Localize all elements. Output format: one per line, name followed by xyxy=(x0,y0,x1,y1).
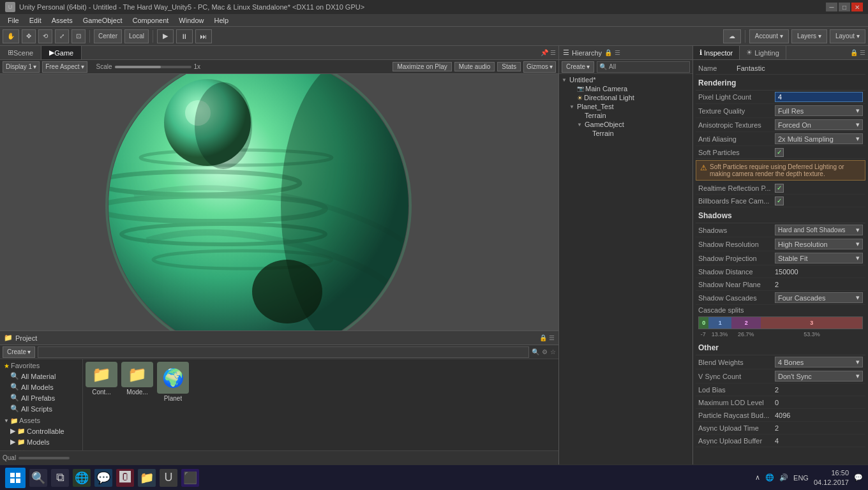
display-dropdown[interactable]: Display 1 ▾ xyxy=(3,61,40,73)
layers-dropdown[interactable]: Layers ▾ xyxy=(791,29,827,43)
cascade-label-1: 13.3% xyxy=(708,331,731,338)
quality-slider[interactable] xyxy=(19,457,70,459)
cascade-label-3: 53.3% xyxy=(761,331,863,338)
project-create-btn[interactable]: Create ▾ xyxy=(3,346,35,358)
menu-help[interactable]: Help xyxy=(209,15,234,26)
texture-quality-dropdown[interactable]: Full Res ▾ xyxy=(775,105,863,116)
taskbar-explorer-icon[interactable]: 📁 xyxy=(138,469,156,487)
anti-aliasing-dropdown[interactable]: 2x Multi Sampling ▾ xyxy=(775,133,863,144)
shadow-cascades-dropdown[interactable]: Four Cascades ▾ xyxy=(775,292,863,303)
close-button[interactable]: ✕ xyxy=(851,3,863,11)
menu-file[interactable]: File xyxy=(3,15,24,26)
shadow-resolution-dropdown[interactable]: High Resolution ▾ xyxy=(775,239,863,249)
hier-dir-light[interactable]: ☀ Directional Light xyxy=(559,93,692,102)
pause-button[interactable]: ⏸ xyxy=(176,29,193,43)
rotate-tool[interactable]: ⟲ xyxy=(38,29,52,43)
shadow-projection-value: Stable Fit xyxy=(778,255,807,262)
sidebar-all-scripts[interactable]: 🔍 All Scripts xyxy=(0,403,82,414)
maximize-on-play-btn[interactable]: Maximize on Play xyxy=(393,62,451,71)
controllable-label: Controllable xyxy=(27,427,64,435)
sidebar-all-models[interactable]: 🔍 All Models xyxy=(0,382,82,392)
tab-game[interactable]: ▶ Game xyxy=(41,46,82,59)
maximize-button[interactable]: □ xyxy=(839,3,850,11)
anisotropic-dropdown[interactable]: Forced On ▾ xyxy=(775,119,863,130)
taskbar-opera-icon[interactable]: 🅾 xyxy=(116,469,134,487)
soft-particles-checkbox[interactable]: ✓ xyxy=(775,148,784,157)
hier-terrain-2[interactable]: Terrain xyxy=(559,129,692,138)
project-star-icon[interactable]: ☆ xyxy=(550,348,556,355)
viewport-menu-icon[interactable]: ☰ xyxy=(550,49,556,56)
hier-search-icon: 🔍 xyxy=(597,63,609,70)
sidebar-all-materials[interactable]: 🔍 All Material xyxy=(0,371,82,382)
hier-lock-icon[interactable]: 🔒 xyxy=(604,49,612,56)
tab-scene[interactable]: ⊞ Scene xyxy=(0,46,41,59)
scale-slider[interactable] xyxy=(115,66,191,68)
sidebar-models[interactable]: ▶ 📁 Models xyxy=(0,436,82,447)
hier-planet-test[interactable]: ▼ Planet_Test xyxy=(559,102,692,111)
notification-icon[interactable]: 💬 xyxy=(854,473,863,482)
taskbar-chevron-icon[interactable]: ∧ xyxy=(755,473,760,482)
folder-planet-main[interactable]: 🌍 Planet xyxy=(157,362,189,402)
hierarchy-create-btn[interactable]: Create ▾ xyxy=(562,61,594,73)
sidebar-all-prefabs[interactable]: 🔍 All Prefabs xyxy=(0,392,82,403)
taskbar-unity-icon[interactable]: U xyxy=(160,469,177,487)
menu-gameobject[interactable]: GameObject xyxy=(78,15,128,26)
favorites-section[interactable]: ★ Favorites xyxy=(0,360,82,371)
taskbar-chrome-icon[interactable]: 🌐 xyxy=(73,469,91,487)
hier-menu-icon[interactable]: ☰ xyxy=(615,49,620,56)
game-icon: ▶ xyxy=(49,48,54,57)
vsync-dropdown[interactable]: Don't Sync ▾ xyxy=(775,371,863,382)
layout-dropdown[interactable]: Layout ▾ xyxy=(830,29,865,43)
minimize-button[interactable]: ─ xyxy=(826,3,837,11)
move-tool[interactable]: ✥ xyxy=(22,29,36,43)
blend-weights-dropdown[interactable]: 4 Bones ▾ xyxy=(775,357,863,368)
hier-terrain-1[interactable]: Terrain xyxy=(559,111,692,120)
realtime-reflection-checkbox[interactable]: ✓ xyxy=(775,184,784,193)
local-button[interactable]: Local xyxy=(124,29,149,43)
shadows-dropdown[interactable]: Hard and Soft Shadows ▾ xyxy=(775,225,863,235)
menu-edit[interactable]: Edit xyxy=(24,15,47,26)
taskbar-task-view-icon[interactable]: ⧉ xyxy=(51,469,69,487)
tab-lighting[interactable]: ☀ Lighting xyxy=(740,46,786,59)
play-button[interactable]: ▶ xyxy=(157,29,174,43)
taskbar-search-icon[interactable]: 🔍 xyxy=(29,469,47,487)
account-chevron-icon: ▾ xyxy=(780,33,783,40)
hierarchy-tree: ▼ Untitled* 📷 Main Camera ☀ Directional … xyxy=(559,74,692,464)
hier-main-camera[interactable]: 📷 Main Camera xyxy=(559,84,692,93)
project-search-input[interactable] xyxy=(38,346,529,358)
project-filter-icon[interactable]: ⚙ xyxy=(542,348,548,355)
taskbar-vs-icon[interactable]: ⬛ xyxy=(181,469,199,487)
hand-tool[interactable]: ✋ xyxy=(3,29,19,43)
billboards-checkbox[interactable]: ✓ xyxy=(775,197,784,205)
account-dropdown[interactable]: Account ▾ xyxy=(749,29,789,43)
folder-mode[interactable]: 📁 Mode... xyxy=(121,362,153,402)
viewport-canvas[interactable] xyxy=(0,74,558,330)
tab-inspector[interactable]: ℹ Inspector xyxy=(693,46,740,59)
rect-tool[interactable]: ⊡ xyxy=(71,29,86,43)
center-button[interactable]: Center xyxy=(94,29,122,43)
stats-btn[interactable]: Stats xyxy=(497,62,521,71)
menu-component[interactable]: Component xyxy=(127,15,174,26)
step-button[interactable]: ⏭ xyxy=(195,29,212,43)
project-menu-icon[interactable]: ☰ xyxy=(549,334,555,341)
insp-menu-icon[interactable]: ☰ xyxy=(860,49,865,56)
folder-cont[interactable]: 📁 Cont... xyxy=(86,362,117,402)
menu-assets[interactable]: Assets xyxy=(47,15,78,26)
scale-tool[interactable]: ⤢ xyxy=(55,29,69,43)
taskbar-skype-icon[interactable]: 💬 xyxy=(94,469,112,487)
project-lock-icon[interactable]: 🔒 xyxy=(539,334,547,341)
shadow-projection-dropdown[interactable]: Stable Fit ▾ xyxy=(775,253,863,264)
hier-gameobject[interactable]: ▼ GameObject xyxy=(559,120,692,129)
start-button[interactable] xyxy=(5,468,26,488)
hier-untitled[interactable]: ▼ Untitled* xyxy=(559,75,692,84)
assets-section[interactable]: ▼ 📁 Assets xyxy=(0,415,82,426)
cascade-bar[interactable]: 0 1 2 3 xyxy=(698,316,863,329)
cloud-button[interactable]: ☁ xyxy=(723,29,741,43)
mute-audio-btn[interactable]: Mute audio xyxy=(454,62,495,71)
pixel-light-count-input[interactable] xyxy=(775,92,863,102)
aspect-dropdown[interactable]: Free Aspect ▾ xyxy=(42,61,87,73)
menu-window[interactable]: Window xyxy=(174,15,209,26)
gizmos-dropdown[interactable]: Gizmos ▾ xyxy=(523,61,556,73)
sidebar-controllable[interactable]: ▶ 📁 Controllable xyxy=(0,426,82,436)
insp-lock-icon[interactable]: 🔒 xyxy=(850,49,858,56)
